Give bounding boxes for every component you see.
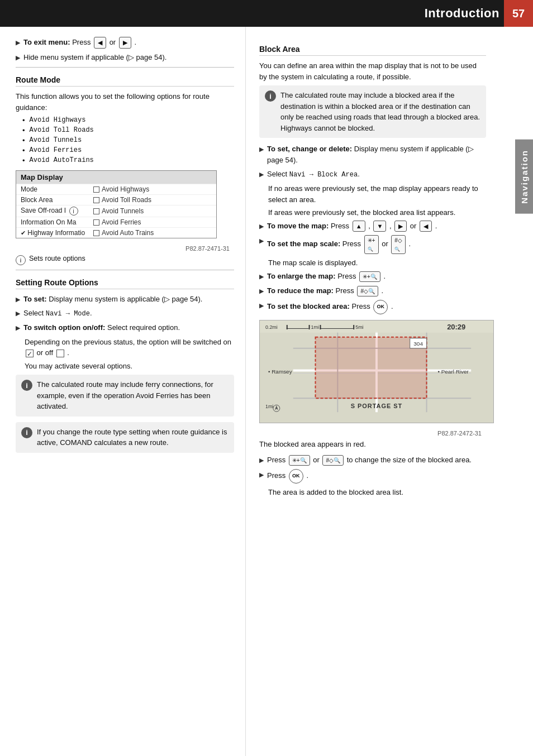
map-display-box: Map Display Mode Avoid Highways Block Ar… <box>16 170 217 238</box>
svg-text:0.2mi: 0.2mi <box>265 324 278 330</box>
blocked-area-red-text: The blocked area appears in red. <box>259 439 486 450</box>
exit-menu-item: ▶ To exit menu: Press ◀ or ▶ . <box>16 37 234 49</box>
svg-text:• Ramsey: • Ramsey <box>268 368 292 374</box>
step-move-map: ▶ To move the map: Press ▲ , ▼ , ▶ or ◀ … <box>259 221 486 232</box>
exit-menu-label: To exit menu: <box>23 38 70 46</box>
down-arrow-key[interactable]: ▼ <box>373 221 386 232</box>
block-area-info-box: i The calculated route may include a blo… <box>259 85 486 138</box>
info-text-1: The calculated route may include ferry c… <box>37 379 229 412</box>
svg-rect-12 <box>287 328 309 329</box>
map-display-row-0: Mode Avoid Highways <box>16 184 216 194</box>
checkbox-4 <box>93 219 99 226</box>
svg-text:1mi: 1mi <box>265 404 273 409</box>
checkbox-2 <box>93 197 99 203</box>
option-avoid-highways: • Avoid Highways <box>22 116 234 125</box>
right-arrow-key2[interactable]: ▶ <box>394 221 407 232</box>
route-options-list: • Avoid Highways • Avoid Toll Roads • Av… <box>22 116 234 165</box>
option-switch-sub1: Depending on the previous status, the op… <box>25 337 234 358</box>
left-arrow-key[interactable]: ◀ <box>94 37 106 49</box>
info-icon-2: i <box>21 427 32 438</box>
step-to-set: ▶ To set: Display menu system is applica… <box>16 294 234 305</box>
step-change-size: ▶ Press ✳+🔍 or #◇🔍 to change the size of… <box>259 454 486 466</box>
svg-text:304: 304 <box>413 341 423 347</box>
info-circle-inline: i <box>69 207 78 216</box>
step-set-change-delete: ▶ To set, change or delete: Display menu… <box>259 143 486 165</box>
bullet-arrow: ▶ <box>16 38 20 47</box>
page-title: Introduction <box>425 6 499 21</box>
step-set-blocked: ▶ To set the blocked area: Press OK . <box>259 300 486 314</box>
info-box-1: i The calculated route may include ferry… <box>16 375 234 417</box>
map-display-row-3: Information On Ma Avoid Ferries <box>16 217 216 227</box>
set-scale-label: To set the map scale: <box>267 240 340 248</box>
checkbox-checked <box>26 350 34 357</box>
info-box-2: i If you change the route type setting w… <box>16 422 234 453</box>
star-plus-key-3[interactable]: ✳+🔍 <box>289 455 310 466</box>
map-image: 0.2mi 1mi 5mi 20:29 304 • Ramsey • Pearl… <box>259 320 494 423</box>
checkbox-unchecked <box>56 350 64 357</box>
checkbox-5 <box>93 230 99 236</box>
note-circle-icon: i <box>16 255 26 265</box>
up-arrow-key[interactable]: ▲ <box>353 221 365 232</box>
option-avoid-ferries: • Avoid Ferries <box>22 146 234 155</box>
info-text-2: If you change the route type setting whe… <box>37 427 229 448</box>
page-number: 57 <box>504 0 533 27</box>
hash-diamond-key[interactable]: #◇🔍 <box>391 235 406 254</box>
block-area-heading: Block Area <box>259 45 486 56</box>
svg-rect-13 <box>309 325 310 329</box>
info-icon-1: i <box>21 380 32 391</box>
block-area-info-icon: i <box>265 90 276 102</box>
sets-route-note: i Sets route options <box>16 255 234 265</box>
step-select-navi-block: ▶ Select Navi → Block Area. <box>259 169 486 180</box>
map-display-row-4: ✔ Highway Informatio Avoid Auto Trains <box>16 227 216 238</box>
hash-diamond-key-3[interactable]: #◇🔍 <box>322 455 344 466</box>
star-plus-key[interactable]: ✳+🔍 <box>364 235 379 254</box>
checkbox-3 <box>93 208 99 214</box>
option-avoid-autotrains: • Avoid AutoTrains <box>22 156 234 165</box>
svg-rect-17 <box>353 325 354 329</box>
svg-text:S PORTAGE ST: S PORTAGE ST <box>351 403 403 409</box>
step-select-navi-mode: ▶ Select Navi → Mode. <box>16 308 234 319</box>
route-mode-intro: This function allows you to set the foll… <box>16 91 234 113</box>
svg-text:1mi: 1mi <box>311 324 319 330</box>
move-map-label: To move the map: <box>267 222 329 230</box>
svg-text:5mi: 5mi <box>355 324 363 330</box>
step-set-scale: ▶ To set the map scale: Press ✳+🔍 or #◇🔍… <box>259 235 486 254</box>
setting-route-heading: Setting Route Options <box>16 278 234 289</box>
route-mode-heading: Route Mode <box>16 75 234 87</box>
set-blocked-label: To set the blocked area: <box>267 302 350 310</box>
sets-route-text: Sets route options <box>29 255 85 262</box>
map-caption-left: P82.87-2471-31 <box>16 244 230 253</box>
to-set-text: Display menu system is applicable (▷ pag… <box>49 295 202 303</box>
step-switch-option: ▶ To switch option on/off: Select requir… <box>16 322 234 333</box>
star-plus-key-2[interactable]: ✳+🔍 <box>359 271 380 282</box>
hide-menu-item: ▶ Hide menu system if applicable (▷ page… <box>16 52 234 63</box>
svg-text:20:29: 20:29 <box>447 323 465 331</box>
option-avoid-toll: • Avoid Toll Roads <box>22 126 234 135</box>
to-set-label: To set: <box>23 295 47 303</box>
map-caption-right: P82.87-2472-31 <box>259 429 482 438</box>
nav-tab: Navigation <box>515 140 533 214</box>
ok-button-final[interactable]: OK <box>289 469 303 484</box>
hide-menu-text: Hide menu system if applicable (▷ page 5… <box>23 52 234 63</box>
set-change-label: To set, change or delete: <box>267 145 352 153</box>
left-arrow-key2[interactable]: ◀ <box>420 221 432 232</box>
checkbox-1 <box>93 186 99 193</box>
map-display-row-2: Save Off-road I i Avoid Tunnels <box>16 205 216 217</box>
ok-button[interactable]: OK <box>373 300 388 314</box>
map-display-header: Map Display <box>16 171 216 184</box>
right-arrow-key[interactable]: ▶ <box>119 37 131 49</box>
svg-text:• Pearl River: • Pearl River <box>437 368 469 374</box>
switch-label: To switch option on/off: <box>23 323 105 332</box>
option-avoid-tunnels: • Avoid Tunnels <box>22 136 234 145</box>
if-areas-text: If areas were previously set, the blocke… <box>268 207 486 218</box>
step-enlarge-map: ▶ To enlarge the map: Press ✳+🔍 . <box>259 271 486 282</box>
block-area-intro: You can define an area within the map di… <box>259 60 486 82</box>
svg-rect-16 <box>320 328 353 329</box>
map-display-row-1: Block Area Avoid Toll Roads <box>16 194 216 205</box>
step-press-ok-final: ▶ Press OK . <box>259 469 486 484</box>
hash-diamond-key-2[interactable]: #◇🔍 <box>357 286 378 296</box>
if-no-areas-text: If no areas were previously set, the map… <box>268 183 486 205</box>
step-reduce-map: ▶ To reduce the map: Press #◇🔍 . <box>259 285 486 296</box>
block-area-info-text: The calculated route may include a block… <box>280 90 480 133</box>
bullet-arrow: ▶ <box>16 53 20 63</box>
